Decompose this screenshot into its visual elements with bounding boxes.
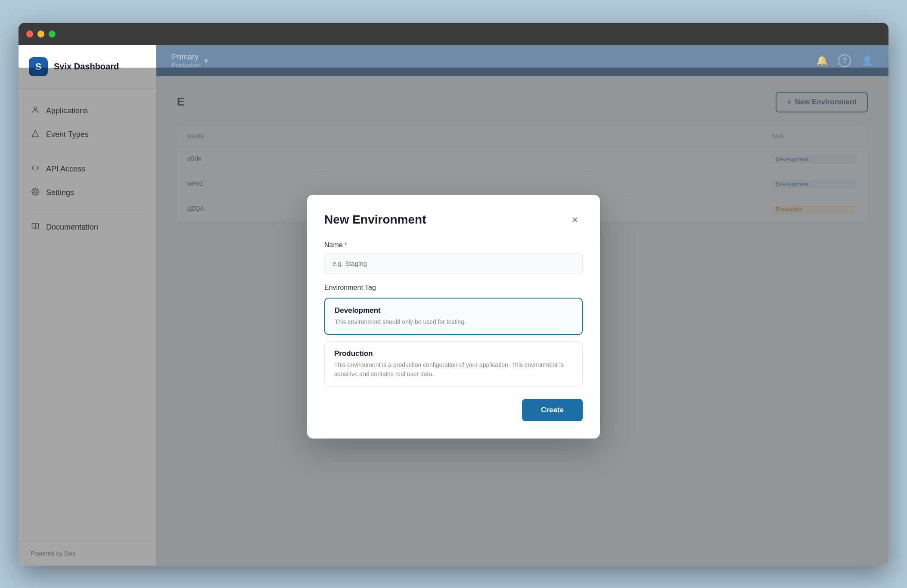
name-label: Name * bbox=[324, 241, 583, 249]
name-input[interactable] bbox=[324, 253, 583, 274]
env-option-development-title: Development bbox=[335, 306, 572, 315]
close-icon: × bbox=[572, 214, 578, 226]
help-icon[interactable]: ? bbox=[838, 54, 851, 67]
traffic-lights bbox=[26, 31, 56, 37]
env-selector-text: Primary Production bbox=[172, 53, 201, 68]
minimize-button[interactable] bbox=[37, 31, 44, 37]
env-option-production-title: Production bbox=[334, 349, 573, 358]
modal-header: New Environment × bbox=[324, 212, 583, 227]
close-button[interactable] bbox=[26, 31, 33, 37]
new-environment-modal: New Environment × Name * Environment Tag bbox=[307, 195, 600, 439]
env-tag-label: Environment Tag bbox=[324, 284, 583, 292]
modal-footer: Create bbox=[324, 399, 583, 421]
name-form-group: Name * bbox=[324, 241, 583, 274]
env-option-production-desc: This environment is a production configu… bbox=[334, 361, 573, 379]
env-option-development[interactable]: Development This environment should only… bbox=[324, 298, 583, 335]
modal-close-button[interactable]: × bbox=[567, 212, 583, 227]
env-option-production[interactable]: Production This environment is a product… bbox=[324, 341, 583, 387]
user-icon[interactable]: 👤 bbox=[861, 55, 873, 66]
maximize-button[interactable] bbox=[49, 31, 56, 37]
required-star: * bbox=[345, 242, 347, 249]
titlebar bbox=[19, 23, 888, 45]
env-option-development-desc: This environment should only be used for… bbox=[335, 317, 572, 327]
top-nav-right: 🔔 ? 👤 bbox=[816, 54, 873, 67]
create-button[interactable]: Create bbox=[522, 399, 583, 421]
env-primary-label: Primary bbox=[172, 53, 201, 62]
modal-title: New Environment bbox=[324, 213, 426, 227]
modal-overlay: New Environment × Name * Environment Tag bbox=[19, 68, 888, 566]
env-selector[interactable]: Primary Production ▾ bbox=[172, 53, 208, 68]
chevron-down-icon: ▾ bbox=[204, 56, 208, 65]
env-tag-form-group: Environment Tag Development This environ… bbox=[324, 284, 583, 387]
bell-icon[interactable]: 🔔 bbox=[816, 55, 828, 66]
